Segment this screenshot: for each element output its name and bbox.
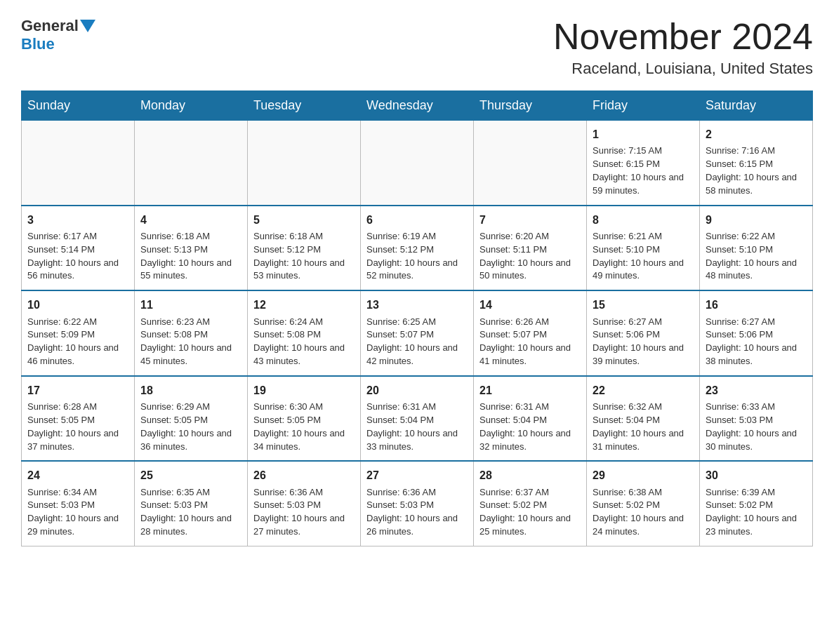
calendar-cell: 26Sunrise: 6:36 AM Sunset: 5:03 PM Dayli…	[248, 461, 361, 546]
page-header: General Blue November 2024 Raceland, Lou…	[21, 17, 813, 78]
day-number: 24	[27, 467, 128, 483]
day-info: Sunrise: 6:22 AM Sunset: 5:09 PM Dayligh…	[27, 316, 128, 368]
title-area: November 2024 Raceland, Louisiana, Unite…	[553, 17, 813, 78]
calendar-week-row: 24Sunrise: 6:34 AM Sunset: 5:03 PM Dayli…	[22, 461, 813, 546]
calendar-week-row: 17Sunrise: 6:28 AM Sunset: 5:05 PM Dayli…	[22, 376, 813, 462]
calendar-cell: 8Sunrise: 6:21 AM Sunset: 5:10 PM Daylig…	[587, 206, 700, 291]
day-number: 1	[593, 126, 694, 142]
calendar-cell: 4Sunrise: 6:18 AM Sunset: 5:13 PM Daylig…	[135, 206, 248, 291]
day-info: Sunrise: 6:18 AM Sunset: 5:12 PM Dayligh…	[253, 230, 355, 283]
calendar-cell	[361, 121, 474, 206]
calendar-cell: 11Sunrise: 6:23 AM Sunset: 5:08 PM Dayli…	[135, 290, 248, 376]
day-info: Sunrise: 6:34 AM Sunset: 5:03 PM Dayligh…	[27, 486, 128, 539]
day-info: Sunrise: 7:15 AM Sunset: 6:15 PM Dayligh…	[593, 145, 694, 197]
day-number: 21	[479, 382, 581, 398]
day-info: Sunrise: 6:28 AM Sunset: 5:05 PM Dayligh…	[27, 401, 128, 453]
day-number: 20	[366, 382, 468, 398]
day-info: Sunrise: 6:29 AM Sunset: 5:05 PM Dayligh…	[140, 401, 241, 453]
day-number: 23	[706, 382, 807, 398]
day-info: Sunrise: 7:16 AM Sunset: 6:15 PM Dayligh…	[706, 145, 807, 197]
calendar-cell: 22Sunrise: 6:32 AM Sunset: 5:04 PM Dayli…	[587, 376, 700, 462]
day-number: 29	[593, 467, 694, 483]
day-info: Sunrise: 6:35 AM Sunset: 5:03 PM Dayligh…	[140, 486, 241, 539]
calendar-cell	[22, 121, 135, 206]
calendar-cell: 20Sunrise: 6:31 AM Sunset: 5:04 PM Dayli…	[361, 376, 474, 462]
calendar-cell: 19Sunrise: 6:30 AM Sunset: 5:05 PM Dayli…	[248, 376, 361, 462]
logo-blue-text: Blue	[21, 35, 55, 53]
day-number: 9	[706, 212, 807, 228]
day-info: Sunrise: 6:32 AM Sunset: 5:04 PM Dayligh…	[593, 401, 694, 453]
day-number: 4	[140, 212, 241, 228]
calendar-cell: 3Sunrise: 6:17 AM Sunset: 5:14 PM Daylig…	[22, 206, 135, 291]
logo: General Blue	[21, 17, 95, 53]
day-number: 26	[253, 467, 355, 483]
logo-triangle-icon	[80, 20, 95, 34]
day-number: 3	[27, 212, 128, 228]
day-number: 15	[593, 297, 694, 313]
svg-marker-0	[80, 20, 95, 32]
calendar-week-row: 10Sunrise: 6:22 AM Sunset: 5:09 PM Dayli…	[22, 290, 813, 376]
calendar-cell: 24Sunrise: 6:34 AM Sunset: 5:03 PM Dayli…	[22, 461, 135, 546]
day-number: 22	[593, 382, 694, 398]
day-info: Sunrise: 6:18 AM Sunset: 5:13 PM Dayligh…	[140, 230, 241, 283]
calendar-cell: 12Sunrise: 6:24 AM Sunset: 5:08 PM Dayli…	[248, 290, 361, 376]
location-subtitle: Raceland, Louisiana, United States	[553, 60, 813, 78]
day-info: Sunrise: 6:22 AM Sunset: 5:10 PM Dayligh…	[706, 230, 807, 283]
calendar-week-row: 1Sunrise: 7:15 AM Sunset: 6:15 PM Daylig…	[22, 121, 813, 206]
calendar-table: SundayMondayTuesdayWednesdayThursdayFrid…	[21, 90, 813, 546]
day-info: Sunrise: 6:24 AM Sunset: 5:08 PM Dayligh…	[253, 316, 355, 368]
calendar-cell: 30Sunrise: 6:39 AM Sunset: 5:02 PM Dayli…	[700, 461, 813, 546]
day-number: 27	[366, 467, 468, 483]
day-number: 28	[479, 467, 581, 483]
day-number: 16	[706, 297, 807, 313]
day-number: 10	[27, 297, 128, 313]
day-number: 14	[479, 297, 581, 313]
day-number: 13	[366, 297, 468, 313]
column-header-thursday: Thursday	[474, 91, 587, 121]
day-info: Sunrise: 6:20 AM Sunset: 5:11 PM Dayligh…	[479, 230, 581, 283]
column-header-saturday: Saturday	[700, 91, 813, 121]
calendar-cell: 7Sunrise: 6:20 AM Sunset: 5:11 PM Daylig…	[474, 206, 587, 291]
day-info: Sunrise: 6:31 AM Sunset: 5:04 PM Dayligh…	[366, 401, 468, 453]
day-number: 6	[366, 212, 468, 228]
day-number: 7	[479, 212, 581, 228]
calendar-cell: 13Sunrise: 6:25 AM Sunset: 5:07 PM Dayli…	[361, 290, 474, 376]
day-number: 19	[253, 382, 355, 398]
calendar-week-row: 3Sunrise: 6:17 AM Sunset: 5:14 PM Daylig…	[22, 206, 813, 291]
calendar-cell: 14Sunrise: 6:26 AM Sunset: 5:07 PM Dayli…	[474, 290, 587, 376]
calendar-cell: 1Sunrise: 7:15 AM Sunset: 6:15 PM Daylig…	[587, 121, 700, 206]
day-info: Sunrise: 6:37 AM Sunset: 5:02 PM Dayligh…	[479, 486, 581, 539]
day-info: Sunrise: 6:27 AM Sunset: 5:06 PM Dayligh…	[706, 316, 807, 368]
calendar-cell: 18Sunrise: 6:29 AM Sunset: 5:05 PM Dayli…	[135, 376, 248, 462]
calendar-cell: 23Sunrise: 6:33 AM Sunset: 5:03 PM Dayli…	[700, 376, 813, 462]
calendar-cell	[248, 121, 361, 206]
day-info: Sunrise: 6:31 AM Sunset: 5:04 PM Dayligh…	[479, 401, 581, 453]
day-info: Sunrise: 6:17 AM Sunset: 5:14 PM Dayligh…	[27, 230, 128, 283]
calendar-cell	[474, 121, 587, 206]
calendar-cell	[135, 121, 248, 206]
day-info: Sunrise: 6:36 AM Sunset: 5:03 PM Dayligh…	[366, 486, 468, 539]
day-number: 12	[253, 297, 355, 313]
calendar-cell: 21Sunrise: 6:31 AM Sunset: 5:04 PM Dayli…	[474, 376, 587, 462]
calendar-cell: 28Sunrise: 6:37 AM Sunset: 5:02 PM Dayli…	[474, 461, 587, 546]
calendar-cell: 27Sunrise: 6:36 AM Sunset: 5:03 PM Dayli…	[361, 461, 474, 546]
day-number: 11	[140, 297, 241, 313]
day-number: 5	[253, 212, 355, 228]
day-number: 25	[140, 467, 241, 483]
calendar-cell: 25Sunrise: 6:35 AM Sunset: 5:03 PM Dayli…	[135, 461, 248, 546]
column-header-friday: Friday	[587, 91, 700, 121]
calendar-cell: 17Sunrise: 6:28 AM Sunset: 5:05 PM Dayli…	[22, 376, 135, 462]
month-title: November 2024	[553, 17, 813, 57]
calendar-cell: 9Sunrise: 6:22 AM Sunset: 5:10 PM Daylig…	[700, 206, 813, 291]
day-number: 30	[706, 467, 807, 483]
column-header-wednesday: Wednesday	[361, 91, 474, 121]
day-number: 2	[706, 126, 807, 142]
day-info: Sunrise: 6:30 AM Sunset: 5:05 PM Dayligh…	[253, 401, 355, 453]
calendar-cell: 5Sunrise: 6:18 AM Sunset: 5:12 PM Daylig…	[248, 206, 361, 291]
calendar-cell: 29Sunrise: 6:38 AM Sunset: 5:02 PM Dayli…	[587, 461, 700, 546]
day-info: Sunrise: 6:33 AM Sunset: 5:03 PM Dayligh…	[706, 401, 807, 453]
column-header-sunday: Sunday	[22, 91, 135, 121]
calendar-cell: 10Sunrise: 6:22 AM Sunset: 5:09 PM Dayli…	[22, 290, 135, 376]
day-info: Sunrise: 6:27 AM Sunset: 5:06 PM Dayligh…	[593, 316, 694, 368]
column-header-monday: Monday	[135, 91, 248, 121]
